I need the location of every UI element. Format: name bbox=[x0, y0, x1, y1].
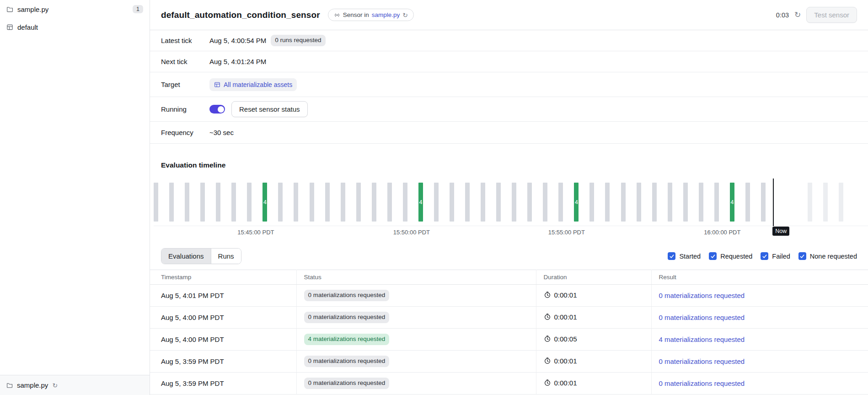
column-header-result: Result bbox=[651, 270, 868, 285]
timeline-bar[interactable] bbox=[714, 183, 719, 222]
main-content: default_automation_condition_sensor Sens… bbox=[150, 0, 868, 395]
filter-label: Failed bbox=[772, 253, 790, 260]
detail-row-target: Target All materializable assets bbox=[150, 72, 868, 97]
timestamp-cell: Aug 5, 4:00 PM PDT bbox=[150, 329, 296, 351]
checkbox-icon[interactable] bbox=[798, 252, 806, 260]
timestamp-cell: Aug 5, 3:59 PM PDT bbox=[150, 351, 296, 373]
column-header-status: Status bbox=[296, 270, 536, 285]
sidebar-item-default-group[interactable]: default bbox=[0, 18, 150, 36]
timeline-bar[interactable] bbox=[154, 183, 158, 222]
folder-icon bbox=[6, 382, 13, 389]
timeline-bar[interactable] bbox=[527, 183, 532, 222]
sidebar-footer[interactable]: sample.py ↻ bbox=[0, 375, 150, 395]
detail-row-frequency: Frequency ~30 sec bbox=[150, 122, 868, 144]
timeline-bar[interactable] bbox=[543, 183, 547, 222]
timeline-axis-label: 15:50:00 PDT bbox=[393, 229, 430, 236]
timeline-bar-requested[interactable]: 4 bbox=[263, 183, 267, 222]
timeline-bar-future bbox=[823, 183, 828, 222]
now-label: Now bbox=[772, 227, 789, 236]
timeline-bar[interactable] bbox=[200, 183, 205, 222]
filter-requested[interactable]: Requested bbox=[709, 252, 752, 260]
count-badge: 1 bbox=[133, 5, 143, 13]
filter-started[interactable]: Started bbox=[668, 252, 701, 260]
timeline-bar[interactable] bbox=[465, 183, 470, 222]
timeline-bar[interactable] bbox=[294, 183, 298, 222]
status-badge: 0 materializations requested bbox=[304, 290, 390, 301]
reload-icon[interactable]: ↻ bbox=[52, 382, 58, 389]
now-marker: Now bbox=[773, 179, 774, 226]
timeline-bar[interactable] bbox=[558, 183, 563, 222]
app-root: sample.py 1 default sample.py ↻ default_… bbox=[0, 0, 868, 395]
refresh-icon[interactable]: ↻ bbox=[794, 11, 801, 19]
timeline-bar-requested[interactable]: 4 bbox=[574, 183, 579, 222]
result-link[interactable]: 0 materializations requested bbox=[659, 357, 745, 365]
timeline-bar[interactable] bbox=[325, 183, 330, 222]
timeline-bar[interactable] bbox=[310, 183, 314, 222]
table-row: Aug 5, 3:59 PM PDT0 materializations req… bbox=[150, 351, 868, 373]
timeline-bar[interactable] bbox=[621, 183, 626, 222]
timeline-bar[interactable] bbox=[496, 183, 501, 222]
timeline-bar[interactable] bbox=[605, 183, 610, 222]
timeline-bar[interactable] bbox=[699, 183, 703, 222]
duration-cell: 0:00:01 bbox=[544, 291, 577, 299]
checkbox-icon[interactable] bbox=[668, 252, 675, 260]
timeline-bar[interactable] bbox=[450, 183, 454, 222]
timeline-bar[interactable] bbox=[387, 183, 392, 222]
timeline-bar[interactable] bbox=[216, 183, 220, 222]
timeline-bar[interactable] bbox=[403, 183, 407, 222]
timeline-bar[interactable] bbox=[231, 183, 236, 222]
latest-tick-time: Aug 5, 4:00:54 PM bbox=[209, 37, 266, 44]
status-badge: 0 materializations requested bbox=[304, 356, 390, 367]
timeline-bar[interactable] bbox=[512, 183, 516, 222]
target-assets-tag[interactable]: All materializable assets bbox=[209, 78, 297, 91]
result-link[interactable]: 0 materializations requested bbox=[659, 314, 745, 321]
filter-none-requested[interactable]: None requested bbox=[798, 252, 857, 260]
timeline-bar-requested[interactable]: 4 bbox=[418, 183, 423, 222]
group-name: default bbox=[17, 23, 38, 31]
timeline-bar[interactable] bbox=[356, 183, 361, 222]
timeline-bar[interactable] bbox=[761, 183, 766, 222]
timeline-bar[interactable] bbox=[589, 183, 594, 222]
timeline-bar[interactable] bbox=[481, 183, 485, 222]
checkbox-icon[interactable] bbox=[761, 252, 768, 260]
checkbox-icon[interactable] bbox=[709, 252, 717, 260]
timeline-bar-requested[interactable]: 4 bbox=[730, 183, 734, 222]
result-link[interactable]: 0 materializations requested bbox=[659, 379, 745, 387]
timeline-bar[interactable] bbox=[683, 183, 688, 222]
filter-failed[interactable]: Failed bbox=[761, 252, 790, 260]
timeline-bar[interactable] bbox=[652, 183, 657, 222]
timeline-bar[interactable] bbox=[372, 183, 376, 222]
timeline-bar[interactable] bbox=[341, 183, 345, 222]
timeline-bar[interactable] bbox=[434, 183, 439, 222]
toggle-knob bbox=[218, 106, 224, 113]
column-header-timestamp: Timestamp bbox=[150, 270, 296, 285]
timeline-bar[interactable] bbox=[278, 183, 283, 222]
filter-label: Started bbox=[679, 253, 701, 260]
running-toggle[interactable] bbox=[209, 105, 225, 114]
list-controls: EvaluationsRuns StartedRequestedFailedNo… bbox=[150, 248, 868, 264]
duration-cell: 0:00:05 bbox=[544, 335, 577, 343]
timeline-bar[interactable] bbox=[745, 183, 750, 222]
timeline-bar[interactable] bbox=[668, 183, 672, 222]
clock-icon bbox=[544, 335, 551, 342]
column-header-duration: Duration bbox=[536, 270, 651, 285]
sidebar-item-code-location[interactable]: sample.py 1 bbox=[0, 0, 150, 18]
table-header-row: TimestampStatusDurationResult bbox=[150, 270, 868, 285]
timeline-bar-count: 4 bbox=[419, 199, 422, 206]
result-link[interactable]: 4 materializations requested bbox=[659, 335, 745, 343]
timeline-bar[interactable] bbox=[169, 183, 174, 222]
timeline-bar[interactable] bbox=[185, 183, 189, 222]
timeline-bar[interactable] bbox=[247, 183, 252, 222]
tab-evaluations[interactable]: Evaluations bbox=[161, 249, 211, 264]
refresh-icon[interactable]: ↻ bbox=[402, 12, 408, 18]
duration-cell: 0:00:01 bbox=[544, 379, 577, 387]
tab-runs[interactable]: Runs bbox=[211, 249, 241, 264]
result-link[interactable]: 0 materializations requested bbox=[659, 292, 745, 299]
timestamp-cell: Aug 5, 4:01 PM PDT bbox=[150, 285, 296, 307]
timeline-bar[interactable] bbox=[637, 183, 641, 222]
code-location-link[interactable]: sample.py bbox=[372, 11, 400, 18]
test-sensor-button[interactable]: Test sensor bbox=[806, 7, 857, 23]
reset-sensor-status-button[interactable]: Reset sensor status bbox=[231, 101, 308, 117]
detail-label: Latest tick bbox=[161, 37, 209, 44]
detail-row-next-tick: Next tick Aug 5, 4:01:24 PM bbox=[150, 51, 868, 72]
